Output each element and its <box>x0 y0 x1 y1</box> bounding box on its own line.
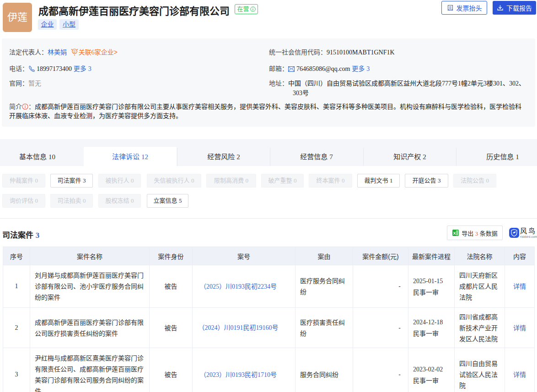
svg-text:X: X <box>453 231 456 236</box>
svg-text:企: 企 <box>73 49 76 53</box>
